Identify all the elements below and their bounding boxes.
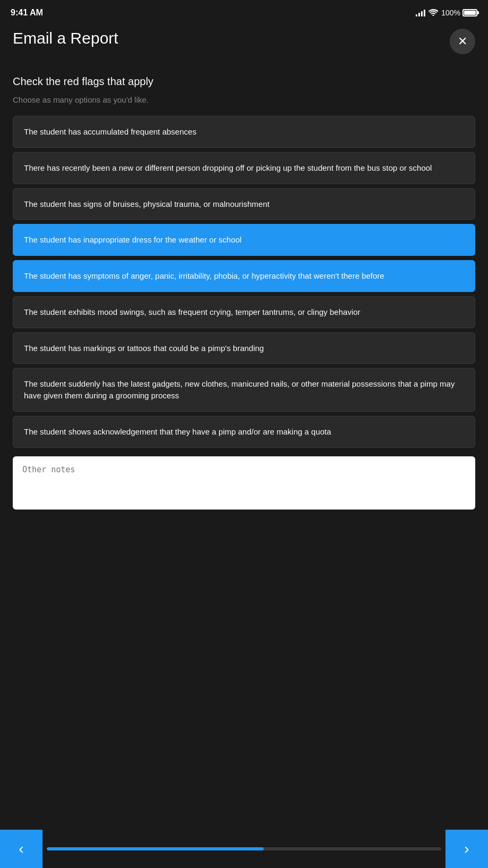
status-icons: 100% <box>416 9 477 18</box>
option-item[interactable]: The student has symptoms of anger, panic… <box>13 260 475 292</box>
section-subtitle: Choose as many options as you'd like. <box>13 95 475 104</box>
option-item[interactable]: The student shows acknowledgement that t… <box>13 416 475 448</box>
section-title: Check the red flags that apply <box>13 76 475 88</box>
chevron-right-icon: › <box>464 840 469 857</box>
option-item[interactable]: The student has markings or tattoos that… <box>13 332 475 364</box>
other-notes-input[interactable] <box>13 456 475 510</box>
close-button[interactable]: ✕ <box>450 29 475 54</box>
signal-icon <box>416 9 425 16</box>
battery-container: 100% <box>441 9 477 17</box>
option-item[interactable]: The student has signs of bruises, physic… <box>13 188 475 220</box>
option-item[interactable]: The student has accumulated frequent abs… <box>13 116 475 148</box>
option-item[interactable]: There has recently been a new or differe… <box>13 152 475 184</box>
bottom-nav: ‹ › <box>0 830 488 868</box>
battery-fill <box>464 11 476 15</box>
progress-bar-fill <box>47 847 264 850</box>
chevron-left-icon: ‹ <box>19 840 23 857</box>
option-item[interactable]: The student has inappropriate dress for … <box>13 224 475 256</box>
progress-bar-track <box>47 847 441 850</box>
progress-bar-container <box>43 830 445 868</box>
option-item[interactable]: The student exhibits mood swings, such a… <box>13 296 475 328</box>
page-title: Email a Report <box>13 29 118 48</box>
back-button[interactable]: ‹ <box>0 830 43 868</box>
status-time: 9:41 AM <box>11 8 43 18</box>
status-bar: 9:41 AM 100% <box>0 0 488 23</box>
content-area: Check the red flags that apply Choose as… <box>0 65 488 556</box>
header: Email a Report ✕ <box>0 23 488 65</box>
battery-icon <box>462 9 477 16</box>
option-item[interactable]: The student suddenly has the latest gadg… <box>13 368 475 412</box>
battery-percent: 100% <box>441 9 460 17</box>
close-icon: ✕ <box>458 36 467 47</box>
wifi-icon <box>428 9 438 18</box>
options-list: The student has accumulated frequent abs… <box>13 116 475 448</box>
next-button[interactable]: › <box>445 830 488 868</box>
